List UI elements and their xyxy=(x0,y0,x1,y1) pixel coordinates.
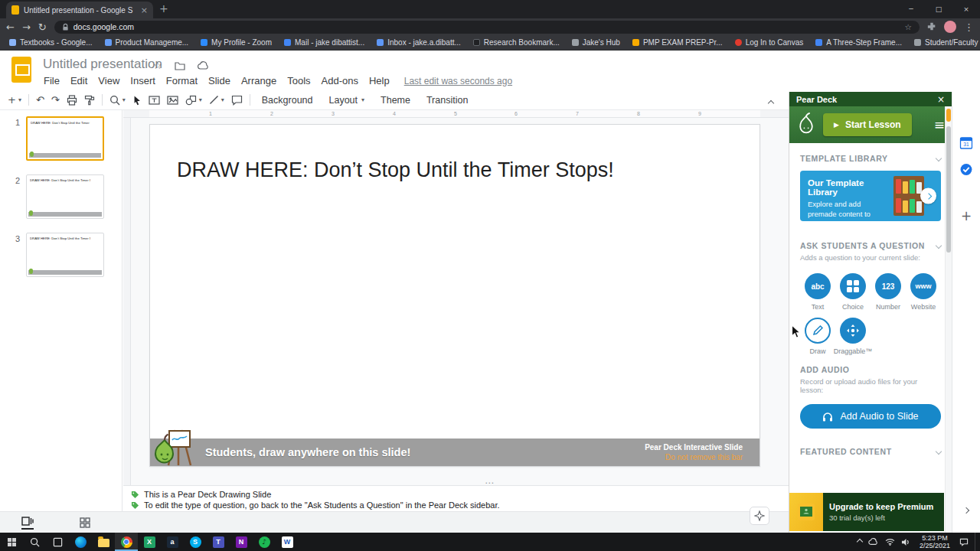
speaker-notes[interactable]: This is a Pear Deck Drawing Slide To edi… xyxy=(123,485,789,511)
star-document-button[interactable]: ☆ xyxy=(153,60,162,71)
taskbar-chrome-button[interactable] xyxy=(115,533,138,551)
taskbar-edge-button[interactable] xyxy=(69,533,92,551)
new-slide-button[interactable]: +▾ xyxy=(8,94,21,106)
collapse-section-icon[interactable] xyxy=(936,243,942,249)
slide-title-textbox[interactable]: DRAW HERE: Don’t Stop Until the Timer St… xyxy=(177,158,614,182)
taskbar-word-button[interactable]: W xyxy=(276,533,299,551)
taskbar-excel-button[interactable]: X xyxy=(138,533,161,551)
menu-insert[interactable]: Insert xyxy=(125,73,161,88)
bookmark-item[interactable]: Jake's Hub xyxy=(572,38,620,47)
reload-button[interactable]: ↻ xyxy=(38,22,47,32)
slide-thumbnail-3[interactable]: DRAW HERE: Don’t Stop Until the Timer St… xyxy=(26,233,104,277)
slide-thumbnail-2[interactable]: DRAW HERE: Don’t Stop Until the Timer St… xyxy=(26,174,104,219)
wifi-icon[interactable] xyxy=(885,538,895,546)
template-library-card[interactable]: Our Template Library Explore and add pre… xyxy=(800,171,941,221)
line-tool-button[interactable]: ▾ xyxy=(209,95,224,105)
paint-format-button[interactable] xyxy=(84,95,95,106)
collapse-section-icon[interactable] xyxy=(936,448,942,455)
theme-button[interactable]: Theme xyxy=(376,93,415,107)
select-tool-button[interactable] xyxy=(132,95,142,106)
collapse-section-icon[interactable] xyxy=(936,155,942,161)
slide-editing-surface[interactable]: DRAW HERE: Don’t Stop Until the Timer St… xyxy=(149,124,760,467)
question-type-website[interactable]: www Website xyxy=(906,273,941,311)
menu-format[interactable]: Format xyxy=(161,73,203,88)
question-type-text[interactable]: abc Text xyxy=(800,273,835,311)
browser-tab[interactable]: Untitled presentation - Google S × xyxy=(6,2,153,18)
last-edit-link[interactable]: Last edit was seconds ago xyxy=(404,76,512,86)
forward-button[interactable]: → xyxy=(22,22,31,32)
back-button[interactable]: ← xyxy=(6,22,15,32)
start-button[interactable] xyxy=(0,533,23,551)
transition-button[interactable]: Transition xyxy=(422,93,472,107)
calendar-icon[interactable]: 31 xyxy=(960,136,973,149)
tasks-icon[interactable] xyxy=(960,163,973,176)
menu-tools[interactable]: Tools xyxy=(282,73,315,88)
question-type-draggable[interactable]: Draggable™ xyxy=(835,318,871,355)
start-lesson-button[interactable]: ▶ Start Lesson xyxy=(823,113,912,136)
taskbar-app-dark-button[interactable]: a xyxy=(161,533,184,551)
premium-upgrade-banner[interactable]: Upgrade to keep Premium 30 trial day(s) … xyxy=(789,493,944,531)
sidebar-menu-icon[interactable]: ≡ xyxy=(934,119,945,132)
browser-menu-kebab-icon[interactable]: ⋮ xyxy=(964,22,974,32)
tab-close-icon[interactable]: × xyxy=(141,6,148,15)
menu-help[interactable]: Help xyxy=(364,73,395,88)
undo-button[interactable]: ↶ xyxy=(36,94,44,106)
close-sidebar-icon[interactable]: × xyxy=(937,94,945,105)
layout-button[interactable]: Layout▾ xyxy=(325,93,370,107)
question-type-number[interactable]: 123 Number xyxy=(871,273,906,311)
menu-edit[interactable]: Edit xyxy=(65,73,93,88)
redo-button[interactable]: ↷ xyxy=(51,94,60,106)
shape-tool-button[interactable]: ▾ xyxy=(185,95,202,106)
get-addons-plus-icon[interactable]: + xyxy=(961,208,972,223)
explore-button[interactable] xyxy=(750,507,769,525)
taskbar-file-explorer-button[interactable] xyxy=(92,533,115,551)
print-button[interactable] xyxy=(67,95,77,106)
menu-file[interactable]: File xyxy=(38,73,65,88)
filmstrip-view-button[interactable] xyxy=(21,516,34,530)
insert-comment-button[interactable] xyxy=(231,95,243,106)
hide-menus-button[interactable] xyxy=(769,95,773,109)
bookmark-item[interactable]: Textbooks - Google... xyxy=(9,38,93,47)
add-audio-button[interactable]: Add Audio to Slide xyxy=(800,404,941,429)
url-input[interactable]: docs.google.com ☆ xyxy=(54,21,920,34)
menu-slide[interactable]: Slide xyxy=(203,73,236,88)
window-maximize-button[interactable]: □ xyxy=(925,0,952,18)
show-desktop-button[interactable] xyxy=(975,533,978,551)
taskbar-skype-button[interactable]: S xyxy=(184,533,207,551)
volume-icon[interactable] xyxy=(901,538,910,546)
tray-expand-icon[interactable] xyxy=(858,540,862,544)
window-close-button[interactable]: × xyxy=(952,0,980,18)
menu-addons[interactable]: Add-ons xyxy=(316,73,364,88)
bookmark-item[interactable]: PMP EXAM PREP-Pr... xyxy=(632,38,723,47)
bookmark-item[interactable]: My Profile - Zoom xyxy=(201,38,272,47)
browser-profile-avatar[interactable] xyxy=(944,21,956,33)
taskbar-clock[interactable]: 5:23 PM 2/25/2021 xyxy=(916,534,953,550)
bookmark-item[interactable]: A Three-Step Frame... xyxy=(815,38,902,47)
new-tab-button[interactable]: + xyxy=(159,2,168,15)
bookmark-item[interactable]: Student/Faculty Res... xyxy=(914,38,980,47)
notifications-icon[interactable] xyxy=(959,538,969,546)
bookmark-item[interactable]: Product Manageme... xyxy=(105,38,189,47)
sidebar-scrollbar[interactable] xyxy=(945,106,952,533)
slide-thumbnail-1[interactable]: DRAW HERE: Don’t Stop Until the Timer St… xyxy=(26,116,104,161)
bookmark-item[interactable]: Mail - jake dibattist... xyxy=(284,38,364,47)
insert-image-button[interactable] xyxy=(167,95,178,106)
taskbar-teams-button[interactable]: T xyxy=(207,533,230,551)
taskbar-spotify-button[interactable]: ♪ xyxy=(253,533,276,551)
document-title[interactable]: Untitled presentation xyxy=(43,57,162,72)
move-folder-icon[interactable] xyxy=(175,61,185,70)
menu-arrange[interactable]: Arrange xyxy=(236,73,282,88)
onedrive-cloud-icon[interactable] xyxy=(868,538,879,546)
text-box-tool-button[interactable] xyxy=(149,95,160,106)
extensions-icon[interactable] xyxy=(927,22,936,31)
bookmark-item[interactable]: Research Bookmark... xyxy=(473,38,560,47)
google-slides-icon[interactable] xyxy=(11,57,31,83)
bookmark-star-icon[interactable]: ☆ xyxy=(905,22,912,31)
grid-view-button[interactable] xyxy=(80,517,90,528)
collapse-panel-icon[interactable] xyxy=(964,502,969,516)
window-minimize-button[interactable]: ─ xyxy=(897,0,925,18)
template-card-arrow-button[interactable] xyxy=(920,188,936,204)
bookmark-item[interactable]: Inbox - jake.a.dibatt... xyxy=(377,38,461,47)
menu-view[interactable]: View xyxy=(93,73,125,88)
task-view-button[interactable] xyxy=(46,533,69,551)
